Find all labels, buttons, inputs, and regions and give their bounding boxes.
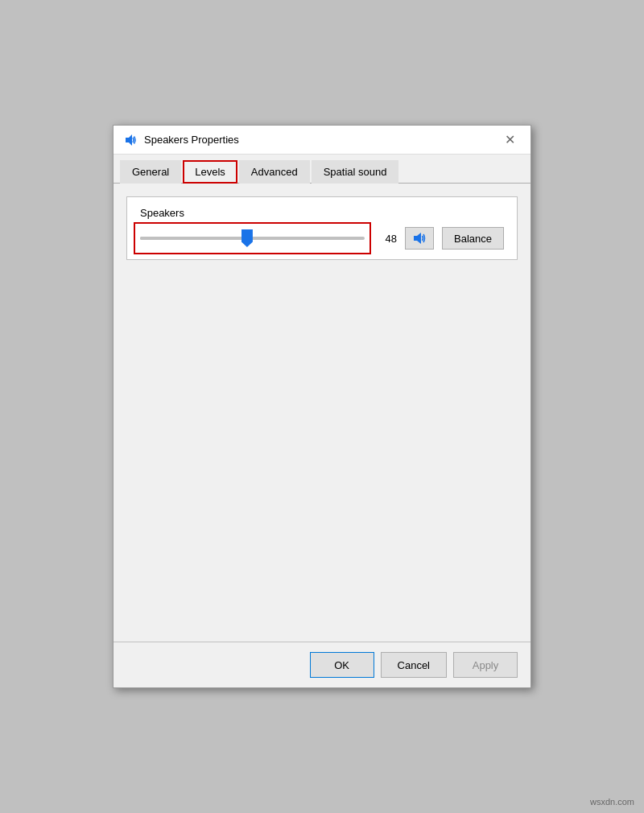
- title-bar-left: Speakers Properties: [123, 133, 239, 147]
- volume-value: 48: [373, 233, 397, 245]
- tab-advanced[interactable]: Advanced: [239, 160, 310, 184]
- slider-row: 48 Balance: [140, 227, 504, 250]
- slider-fill: [140, 237, 248, 240]
- balance-button[interactable]: Balance: [442, 227, 504, 250]
- close-button[interactable]: ✕: [498, 129, 521, 151]
- tab-general[interactable]: General: [120, 160, 181, 184]
- watermark: wsxdn.com: [590, 797, 634, 807]
- tab-spatial-sound[interactable]: Spatial sound: [312, 160, 399, 184]
- tab-levels[interactable]: Levels: [183, 160, 237, 184]
- volume-slider-container[interactable]: [140, 229, 365, 248]
- apply-button[interactable]: Apply: [453, 652, 518, 678]
- slider-thumb[interactable]: [242, 229, 253, 247]
- cancel-button[interactable]: Cancel: [381, 652, 447, 678]
- speaker-window-icon: [123, 133, 138, 147]
- footer-area: OK Cancel Apply: [114, 642, 530, 687]
- speakers-section: Speakers 48 Balance: [126, 196, 518, 260]
- tabs-container: General Levels Advanced Spatial sound: [114, 155, 530, 184]
- speaker-mute-icon: [412, 231, 427, 246]
- title-bar: Speakers Properties ✕: [114, 126, 530, 155]
- svg-marker-1: [414, 233, 421, 244]
- dialog-window: Speakers Properties ✕ General Levels Adv…: [113, 125, 531, 688]
- svg-marker-0: [126, 134, 132, 146]
- window-title: Speakers Properties: [144, 134, 239, 146]
- content-area: Speakers 48 Balance: [114, 184, 530, 464]
- ok-button[interactable]: OK: [310, 652, 374, 678]
- speakers-label: Speakers: [140, 207, 504, 219]
- mute-button[interactable]: [405, 227, 434, 250]
